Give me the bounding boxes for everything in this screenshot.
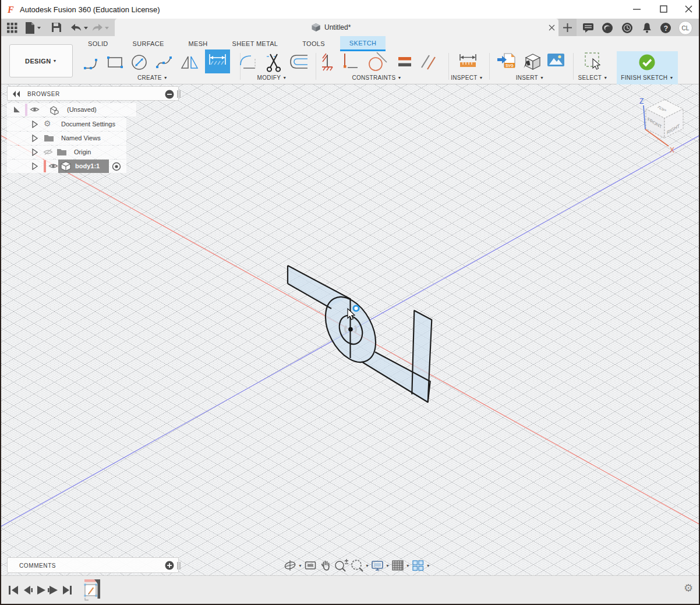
workspace-selector[interactable]: DESIGN▼ [9, 44, 73, 77]
display-dropdown-caret[interactable]: ▼ [386, 564, 390, 568]
ribbon-tab-sheet-metal[interactable]: SHEET METAL [223, 36, 288, 51]
inspect-group-label[interactable]: INSPECT▼ [441, 75, 493, 81]
expander-expanded-icon[interactable] [13, 106, 20, 114]
collapse-browser-icon[interactable] [12, 91, 23, 97]
mirror-tool-icon[interactable] [179, 52, 200, 73]
fillet-tool-icon[interactable] [239, 52, 259, 72]
view-cube[interactable]: TOP FRONT RIGHT Z X [639, 97, 683, 154]
look-at-tool-icon[interactable] [303, 558, 317, 572]
insert-canvas-icon[interactable] [546, 52, 566, 70]
sketch-dimension-icon[interactable] [205, 49, 230, 73]
skip-start-icon [9, 586, 10, 595]
browser-panel-header[interactable]: BROWSER [7, 86, 179, 101]
job-status-icon[interactable] [602, 22, 613, 34]
new-tab-button[interactable] [558, 19, 577, 36]
visibility-eye-icon[interactable] [48, 162, 58, 169]
orbit-dropdown-caret[interactable]: ▼ [298, 564, 302, 568]
browser-row-body[interactable]: body1:1 [7, 160, 126, 173]
zoom-tool-icon[interactable] [334, 558, 349, 572]
rectangle-tool-icon[interactable] [106, 54, 125, 72]
comments-grip-icon[interactable] [176, 561, 181, 570]
browser-row-named-views[interactable]: Named Views [7, 132, 126, 145]
insert-derive-icon[interactable] [522, 51, 543, 73]
spline-tool-icon[interactable] [155, 52, 175, 72]
ribbon-tab-surface[interactable]: SURFACE [123, 36, 174, 51]
orbit-tool-icon[interactable] [283, 558, 297, 572]
visibility-eye-icon[interactable] [30, 106, 40, 113]
vertical-horizontal-constraint-icon[interactable] [341, 52, 359, 73]
pan-tool-icon[interactable] [319, 558, 333, 572]
measure-tool-icon[interactable] [458, 52, 479, 72]
expander-collapsed-icon[interactable] [31, 121, 38, 128]
fit-tool-icon[interactable] [350, 558, 364, 572]
parallel-constraint-icon[interactable] [419, 52, 439, 72]
create-group-label[interactable]: CREATE▼ [123, 75, 182, 81]
grid-settings-icon[interactable] [391, 558, 405, 572]
sketch-point-highlight[interactable] [353, 306, 359, 311]
insert-group-label[interactable]: INSERT▼ [504, 75, 556, 81]
viewport-canvas[interactable]: TOP FRONT RIGHT Z X BROWSER [1, 84, 699, 575]
clock-icon[interactable] [621, 22, 633, 34]
comments-expand-circle-icon[interactable] [165, 561, 174, 570]
expander-collapsed-icon[interactable] [31, 148, 38, 156]
activate-component-radio-icon[interactable] [112, 162, 121, 171]
minimize-button[interactable] [623, 0, 650, 19]
ribbon-tab-sketch[interactable]: SKETCH [340, 36, 386, 51]
grid-dropdown-caret[interactable]: ▼ [406, 564, 410, 568]
viewports-icon[interactable] [411, 558, 425, 572]
modify-group-label[interactable]: MODIFY▼ [243, 75, 301, 81]
fusion360-window: F Autodesk Fusion 360 (Education License… [0, 0, 700, 605]
viewports-dropdown-caret[interactable]: ▼ [426, 564, 430, 568]
fix-constraint-icon[interactable] [320, 52, 335, 73]
ribbon-tab-solid[interactable]: SOLID [79, 36, 118, 51]
visibility-off-eye-icon[interactable] [43, 148, 53, 155]
browser-row-document-settings[interactable]: ⚙ Document Settings [7, 118, 126, 131]
select-group-label[interactable]: SELECT▼ [567, 75, 619, 81]
expander-collapsed-icon[interactable] [31, 162, 38, 170]
maximize-button[interactable] [650, 0, 677, 19]
timeline-settings-gear-icon[interactable]: ⚙ [684, 582, 693, 595]
timeline-sketch-feature[interactable] [83, 579, 109, 604]
browser-row-document[interactable]: (Unsaved) [7, 103, 136, 116]
offset-tool-icon[interactable] [289, 54, 310, 71]
help-icon[interactable]: ? [660, 22, 671, 34]
select-tool-icon[interactable] [584, 51, 606, 73]
navigation-toolbar: ▼ ▼ [283, 558, 430, 573]
comments-panel-icon[interactable] [582, 23, 595, 33]
browser-row-label[interactable]: Document Settings [61, 121, 115, 128]
file-menu-icon[interactable] [24, 22, 42, 34]
ribbon-tab-tools[interactable]: TOOLS [293, 36, 334, 51]
insert-svg-icon[interactable]: SVG [496, 51, 517, 73]
finish-sketch-label[interactable]: FINISH SKETCH▼ [617, 75, 678, 81]
timeline-bar: ⚙ [1, 575, 699, 605]
avatar[interactable]: CL [678, 21, 692, 35]
browser-grip-icon[interactable] [176, 90, 181, 98]
document-tab[interactable]: Untitled* [115, 19, 558, 36]
finish-sketch-check-icon [638, 54, 656, 71]
undo-icon[interactable] [69, 22, 91, 34]
browser-row-label[interactable]: Named Views [61, 135, 101, 141]
fit-dropdown-caret[interactable]: ▼ [365, 564, 369, 568]
redo-icon[interactable] [90, 22, 112, 34]
equal-constraint-icon[interactable] [397, 55, 413, 70]
sketch-profile-fills[interactable] [288, 266, 432, 402]
browser-row-origin[interactable]: Origin [7, 146, 126, 159]
document-tab-close-icon[interactable] [548, 24, 556, 31]
close-button[interactable] [677, 0, 700, 19]
notifications-bell-icon[interactable] [641, 22, 653, 34]
browser-row-label[interactable]: Origin [74, 148, 91, 155]
constraints-group-label[interactable]: CONSTRAINTS▼ [342, 75, 412, 81]
trim-tool-icon[interactable] [263, 51, 284, 73]
display-settings-icon[interactable] [370, 558, 384, 572]
tangent-constraint-icon[interactable] [367, 51, 389, 73]
app-launcher-icon[interactable] [6, 22, 18, 34]
comments-panel-header[interactable]: COMMENTS [7, 557, 179, 573]
expander-collapsed-icon[interactable] [31, 135, 38, 142]
line-tool-icon[interactable] [83, 54, 101, 72]
save-icon[interactable] [51, 22, 62, 33]
browser-collapse-circle-icon[interactable] [165, 90, 174, 99]
browser-row-label[interactable]: (Unsaved) [67, 106, 97, 113]
browser-row-label[interactable]: body1:1 [75, 162, 100, 169]
svg-text:?: ? [664, 24, 668, 33]
circle-tool-icon[interactable] [130, 52, 150, 72]
